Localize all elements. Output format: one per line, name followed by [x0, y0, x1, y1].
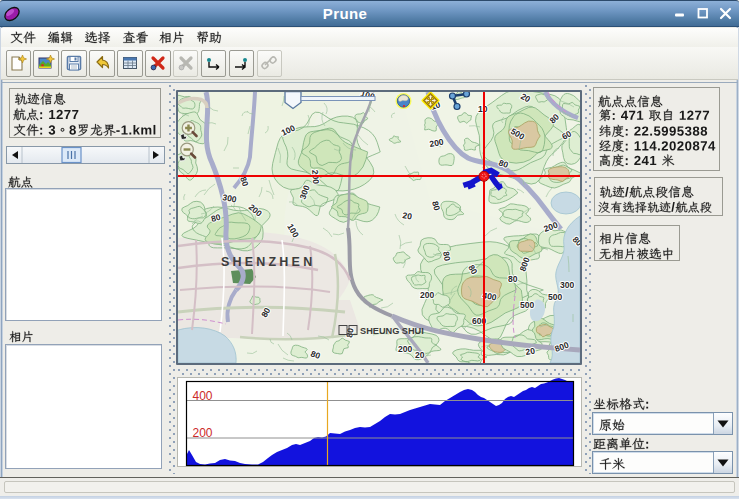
svg-text:80: 80 [441, 251, 453, 262]
svg-text:200: 200 [398, 344, 412, 354]
svg-text:20: 20 [415, 350, 425, 360]
svg-text:10: 10 [478, 104, 488, 114]
svg-text:SHENZHEN: SHENZHEN [221, 255, 315, 269]
svg-text:500: 500 [520, 300, 534, 310]
svg-text:80: 80 [508, 274, 518, 284]
svg-text:200: 200 [420, 290, 434, 300]
svg-text:400: 400 [193, 389, 213, 403]
svg-text:20: 20 [525, 345, 536, 357]
svg-text:300: 300 [560, 280, 574, 290]
svg-text:80: 80 [344, 327, 356, 338]
svg-text:200: 200 [193, 426, 213, 440]
svg-text:20: 20 [402, 210, 413, 222]
svg-text:SHEUNG SHUI: SHEUNG SHUI [360, 326, 424, 336]
svg-text:500: 500 [548, 292, 562, 302]
